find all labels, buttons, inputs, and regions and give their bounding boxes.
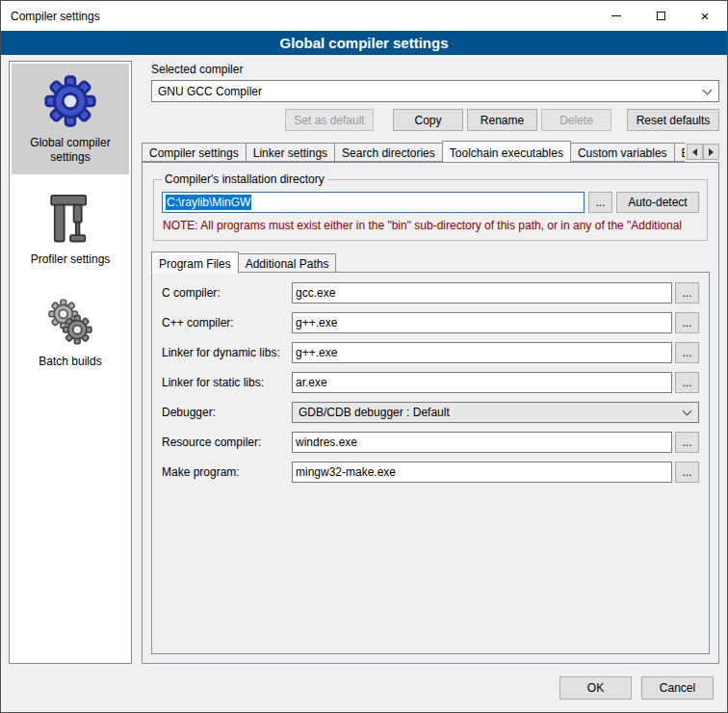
installation-directory-group: Compiler's installation directory C:\ray… [153,172,708,241]
dynamic-linker-input[interactable]: g++.exe [292,342,672,363]
input-value: windres.exe [296,436,357,449]
tab-compiler-settings[interactable]: Compiler settings [142,143,247,162]
resource-compiler-browse-button[interactable]: ... [675,432,699,453]
dynamic-linker-row: Linker for dynamic libs: g++.exe ... [162,342,699,363]
installation-directory-row: C:\raylib\MinGW ... Auto-detect [162,192,699,213]
dynamic-linker-browse-button[interactable]: ... [675,342,699,363]
ok-button[interactable]: OK [559,676,632,700]
combobox-value: GNU GCC Compiler [158,85,698,98]
cancel-button[interactable]: Cancel [641,676,714,700]
titlebar[interactable]: Compiler settings × [1,1,727,31]
close-button[interactable]: × [683,1,727,31]
c-compiler-browse-button[interactable]: ... [675,282,699,304]
tabstrip: Compiler settings Linker settings Search… [142,141,685,162]
compiler-settings-dialog: Compiler settings × Global compiler sett… [0,0,728,713]
minimize-button[interactable] [594,1,638,31]
gray-gears-icon [13,294,127,353]
input-value: g++.exe [296,346,337,359]
install-dir-input[interactable]: C:\raylib\MinGW [162,192,585,213]
profiler-clamp-icon [13,192,127,251]
install-dir-selected-text: C:\raylib\MinGW [166,195,251,210]
input-value: ar.exe [296,376,327,389]
field-label: Make program: [162,465,292,479]
auto-detect-button[interactable]: Auto-detect [616,192,699,213]
install-dir-browse-button[interactable]: ... [588,192,612,213]
tab-build-options[interactable]: Buil [674,143,685,162]
program-files-tabbar: Program Files Additional Paths [151,251,710,273]
cpp-compiler-browse-button[interactable]: ... [675,312,699,333]
close-icon: × [701,9,710,23]
left-arrow-icon [692,148,697,156]
tab-scroll-controls [687,144,719,160]
blue-gear-icon [13,71,127,134]
content-area: Selected compiler GNU GCC Compiler Set a… [140,61,719,664]
field-label: C compiler: [162,286,292,300]
static-linker-row: Linker for static libs: ar.exe ... [162,372,699,393]
sidebar-item-profiler-settings[interactable]: Profiler settings [12,184,129,277]
make-program-row: Make program: mingw32-make.exe ... [162,462,699,483]
make-program-browse-button[interactable]: ... [675,462,699,483]
toolchain-executables-panel: Compiler's installation directory C:\ray… [142,162,719,664]
copy-button[interactable]: Copy [393,109,463,131]
sidebar-item-label: Batch builds [13,355,127,369]
c-compiler-input[interactable]: gcc.exe [292,282,672,304]
tab-search-directories[interactable]: Search directories [334,143,443,162]
bin-subdirectory-note: NOTE: All programs must exist either in … [163,219,698,232]
dialog-footer: OK Cancel [1,672,727,712]
static-linker-input[interactable]: ar.exe [292,372,672,393]
maximize-button[interactable] [638,1,683,31]
selected-compiler-label: Selected compiler [151,63,719,76]
window-controls: × [594,1,727,31]
tab-scroll-left-button[interactable] [687,144,703,160]
field-label: Debugger: [162,406,292,419]
tab-custom-variables[interactable]: Custom variables [570,143,675,162]
tabbar: Compiler settings Linker settings Search… [142,141,719,162]
debugger-select[interactable]: GDB/CDB debugger : Default [292,402,699,423]
subtab-additional-paths[interactable]: Additional Paths [238,253,337,273]
field-label: Resource compiler: [162,436,292,449]
field-label: Linker for static libs: [162,376,292,389]
sidebar-item-label: Global compiler settings [13,136,127,165]
reset-defaults-button[interactable]: Reset defaults [627,109,719,131]
sidebar-item-batch-builds[interactable]: Batch builds [12,286,129,379]
window-title: Compiler settings [11,10,100,23]
sidebar-item-global-compiler-settings[interactable]: Global compiler settings [12,64,129,174]
main-area: Global compiler settings Profiler set [1,55,727,672]
tab-scroll-right-button[interactable] [703,144,719,160]
c-compiler-row: C compiler: gcc.exe ... [162,282,699,304]
static-linker-browse-button[interactable]: ... [675,372,699,393]
field-label: Linker for dynamic libs: [162,346,292,359]
tab-toolchain-executables[interactable]: Toolchain executables [442,141,571,162]
chevron-down-icon [683,407,692,416]
cpp-compiler-row: C++ compiler: g++.exe ... [162,312,699,333]
chevron-down-icon [703,85,713,94]
resource-compiler-input[interactable]: windres.exe [292,432,672,453]
compiler-action-buttons: Set as default Copy Rename Delete Reset … [142,109,719,131]
tab-linker-settings[interactable]: Linker settings [246,143,335,162]
program-files-panel: C compiler: gcc.exe ... C++ compiler: g+… [151,272,710,654]
maximize-icon [657,12,665,20]
cpp-compiler-input[interactable]: g++.exe [292,312,672,333]
set-as-default-button[interactable]: Set as default [285,109,374,131]
select-value: GDB/CDB debugger : Default [299,406,678,419]
minimize-icon [611,15,621,16]
installation-directory-group-title: Compiler's installation directory [162,172,327,186]
input-value: mingw32-make.exe [296,465,396,479]
settings-category-list: Global compiler settings Profiler set [9,61,132,664]
sidebar-item-label: Profiler settings [13,252,127,267]
field-label: C++ compiler: [162,316,292,330]
make-program-input[interactable]: mingw32-make.exe [292,462,672,483]
resource-compiler-row: Resource compiler: windres.exe ... [162,432,699,453]
debugger-row: Debugger: GDB/CDB debugger : Default [162,402,699,423]
input-value: gcc.exe [296,286,335,300]
selected-compiler-combobox[interactable]: GNU GCC Compiler [151,80,719,102]
delete-button[interactable]: Delete [541,109,611,131]
right-arrow-icon [709,148,714,156]
rename-button[interactable]: Rename [467,109,537,131]
page-title: Global compiler settings [1,31,727,55]
input-value: g++.exe [296,316,337,330]
subtab-program-files[interactable]: Program Files [151,251,239,274]
